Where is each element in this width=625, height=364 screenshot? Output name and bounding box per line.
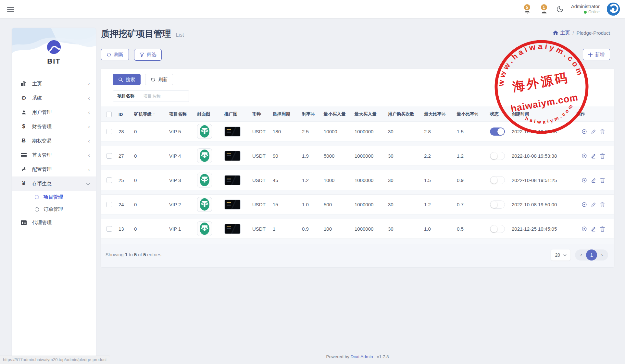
col-miner-level[interactable]: 矿机等级↑: [131, 111, 167, 117]
top-navbar: 5 1 Administrator Online: [0, 0, 625, 18]
row-checkbox[interactable]: [106, 177, 112, 183]
sidebar-item-deposit-interest[interactable]: ¥ 存币生息: [12, 176, 96, 191]
notification-count-badge: 5: [523, 4, 531, 11]
sidebar-item-agent-manage[interactable]: 代理管理: [12, 215, 96, 230]
cell-buy-times: 30: [385, 146, 421, 166]
statusbar-url: https://517admin.haiwaiym20.top/admin/pl…: [0, 356, 110, 364]
cover-image[interactable]: [197, 197, 212, 212]
col-max-buy: 最大买入量: [352, 111, 385, 117]
delete-button[interactable]: [600, 226, 605, 232]
view-button[interactable]: [581, 226, 587, 232]
col-min-ratio: 最小比率%: [454, 111, 487, 117]
select-all-checkbox[interactable]: [106, 112, 112, 117]
row-checkbox[interactable]: [106, 226, 112, 232]
table-refresh-button[interactable]: 刷新: [145, 74, 173, 85]
view-button[interactable]: [581, 202, 587, 207]
cell-max-buy: 1000000: [352, 170, 385, 190]
cell-coin: USDT: [250, 121, 270, 141]
sidebar-item-options-trade[interactable]: Ƀ 期权交易 ‹: [12, 134, 96, 148]
circle-icon: [35, 195, 39, 199]
cell-min-ratio: 0.7: [454, 194, 487, 214]
view-button[interactable]: [581, 153, 587, 159]
sidebar-item-system[interactable]: ⚙ 系统 ‹: [12, 91, 96, 105]
edit-button[interactable]: [591, 177, 596, 183]
promo-image[interactable]: [224, 224, 241, 234]
search-button[interactable]: 搜索: [113, 74, 141, 85]
promo-image[interactable]: [224, 200, 241, 210]
sidebar-item-config[interactable]: 配置管理 ‹: [12, 162, 96, 176]
sidebar-item-users[interactable]: 用户管理 ‹: [12, 105, 96, 119]
sidebar-toggle-icon[interactable]: [7, 6, 14, 13]
col-created: 创建时间: [509, 111, 574, 117]
status-toggle[interactable]: [490, 152, 505, 160]
cover-image[interactable]: [197, 173, 212, 188]
promo-image[interactable]: [224, 151, 241, 161]
dcat-logo[interactable]: [607, 3, 620, 16]
view-button[interactable]: [581, 129, 587, 134]
dcat-admin-link[interactable]: Dcat Admin: [351, 354, 373, 359]
table-row: 24 0 VIP 2: [101, 194, 614, 214]
user-info[interactable]: Administrator Online: [571, 4, 600, 15]
notifications-button[interactable]: 5: [522, 4, 532, 15]
promo-image[interactable]: [224, 175, 241, 185]
sort-asc-icon: ↑: [153, 112, 155, 116]
edit-button[interactable]: [591, 129, 596, 134]
messages-button[interactable]: 1: [539, 4, 549, 15]
dollar-icon: $: [20, 123, 27, 130]
current-page-button[interactable]: 1: [586, 249, 597, 261]
cover-image[interactable]: [197, 148, 212, 163]
filter-button[interactable]: 筛选: [134, 49, 162, 61]
sidebar-item-home[interactable]: 主页 ‹: [12, 77, 96, 91]
status-toggle[interactable]: [490, 127, 505, 136]
chevron-left-icon: ‹: [88, 110, 90, 115]
prev-page-button[interactable]: ‹: [576, 252, 586, 258]
delete-button[interactable]: [600, 129, 605, 134]
project-name-input[interactable]: [139, 91, 189, 102]
promo-image[interactable]: [224, 127, 241, 137]
col-min-buy: 最小买入量: [321, 111, 352, 117]
table-zone: ID 矿机等级↑ 项目名称 封面图 推广图 币种 质押周期 利率% 最小买入量 …: [101, 106, 614, 244]
next-page-button[interactable]: ›: [597, 252, 607, 258]
sidebar-subitem-order-manage[interactable]: 订单管理: [12, 203, 96, 215]
gear-icon: ⚙: [20, 95, 27, 101]
create-button[interactable]: 新增: [583, 49, 610, 60]
cell-min-buy: 10000: [321, 121, 352, 141]
pencil-icon: [591, 129, 596, 134]
sidebar-item-homepage-manage[interactable]: 首页管理 ‹: [12, 148, 96, 162]
cell-min-ratio: 1.2: [454, 146, 487, 166]
delete-button[interactable]: [600, 153, 605, 159]
cover-image[interactable]: [197, 124, 212, 139]
breadcrumb-home-link[interactable]: 主页: [553, 30, 570, 36]
cell-miner-level: 0: [131, 194, 167, 214]
row-checkbox[interactable]: [106, 153, 112, 159]
cell-rate: 0.9: [299, 219, 321, 239]
delete-button[interactable]: [600, 202, 605, 207]
table-row: 13 0 VIP 1: [101, 219, 614, 239]
sidebar-subitem-project-manage[interactable]: 项目管理: [12, 191, 96, 203]
cell-buy-times: 30: [385, 219, 421, 239]
dcat-logo-icon: [607, 3, 620, 16]
cell-period: 15: [270, 194, 299, 214]
view-button[interactable]: [581, 177, 587, 183]
delete-button[interactable]: [600, 177, 605, 183]
status-toggle[interactable]: [490, 176, 505, 184]
main-content: 质押挖矿项目管理 List 主页 / Pledge-Product 刷新 筛选: [101, 18, 614, 267]
refresh-button[interactable]: 刷新: [101, 49, 129, 60]
cell-miner-level: 0: [131, 121, 167, 141]
tether-logo-icon: [199, 198, 210, 211]
sidebar-item-finance[interactable]: $ 财务管理 ‹: [12, 119, 96, 134]
row-checkbox[interactable]: [106, 202, 112, 207]
page-size-select[interactable]: 20: [551, 249, 570, 261]
dark-mode-toggle[interactable]: [556, 5, 564, 13]
col-cover: 封面图: [194, 111, 222, 117]
status-toggle[interactable]: [490, 225, 505, 233]
cell-min-ratio: 0.9: [454, 170, 487, 190]
cell-coin: USDT: [250, 146, 270, 166]
edit-button[interactable]: [591, 226, 596, 232]
status-toggle[interactable]: [490, 200, 505, 209]
cover-image[interactable]: [197, 221, 212, 236]
sidebar-menu: 主页 ‹ ⚙ 系统 ‹ 用户管理 ‹ $ 财务管理 ‹ Ƀ 期权交易 ‹: [12, 77, 96, 230]
edit-button[interactable]: [591, 153, 596, 159]
edit-button[interactable]: [591, 202, 596, 207]
row-checkbox[interactable]: [106, 129, 112, 134]
